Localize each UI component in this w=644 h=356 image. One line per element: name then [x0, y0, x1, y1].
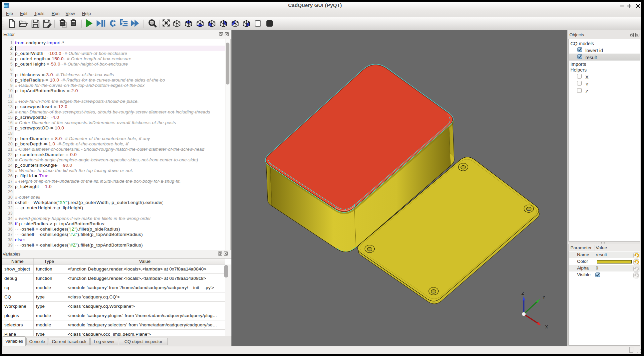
svg-text:Z: Z — [521, 291, 524, 296]
svg-text:Y: Y — [542, 295, 545, 300]
svg-text:X: X — [545, 324, 548, 329]
